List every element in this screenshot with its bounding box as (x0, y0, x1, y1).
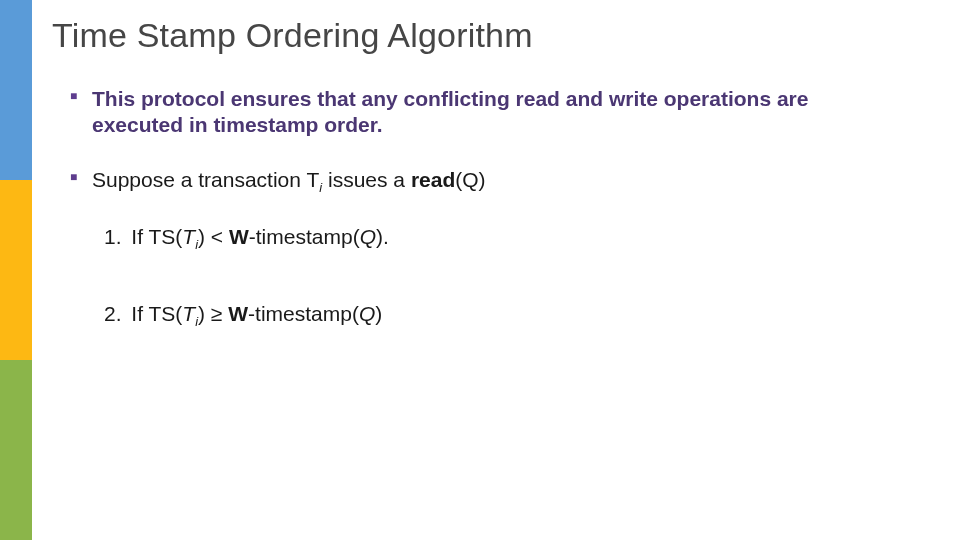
text: ) < (198, 225, 229, 248)
geq-symbol: ≥ (211, 302, 223, 325)
w-label: W (229, 225, 249, 248)
accent-yellow (0, 180, 32, 360)
accent-blue (0, 0, 32, 180)
text: Suppose a transaction T (92, 168, 319, 191)
var-T: T (182, 302, 195, 325)
number-2: 2. (104, 302, 122, 325)
text: ). (376, 225, 389, 248)
text: -timestamp( (249, 225, 360, 248)
case-1: 1. If TS(Ti) < W-timestamp(Q). (104, 224, 900, 253)
text: ) (198, 302, 211, 325)
accent-green (0, 360, 32, 540)
text: If TS( (131, 302, 182, 325)
text: (Q) (455, 168, 485, 191)
text: issues a (322, 168, 411, 191)
var-Q: Q (359, 302, 375, 325)
number-1: 1. (104, 225, 122, 248)
bullet-protocol-summary: This protocol ensures that any conflicti… (70, 86, 900, 139)
var-T: T (182, 225, 195, 248)
case-2: 2. If TS(Ti) ≥ W-timestamp(Q) (104, 301, 900, 330)
text: -timestamp( (248, 302, 359, 325)
var-Q: Q (360, 225, 376, 248)
accent-sidebar (0, 0, 32, 540)
w-label: W (228, 302, 248, 325)
bullet-suppose-read: Suppose a transaction Ti issues a read(Q… (70, 167, 900, 196)
text: ) (375, 302, 382, 325)
slide-title: Time Stamp Ordering Algorithm (52, 16, 533, 55)
slide-body: This protocol ensures that any conflicti… (70, 86, 900, 379)
text: If TS( (131, 225, 182, 248)
read-keyword: read (411, 168, 455, 191)
